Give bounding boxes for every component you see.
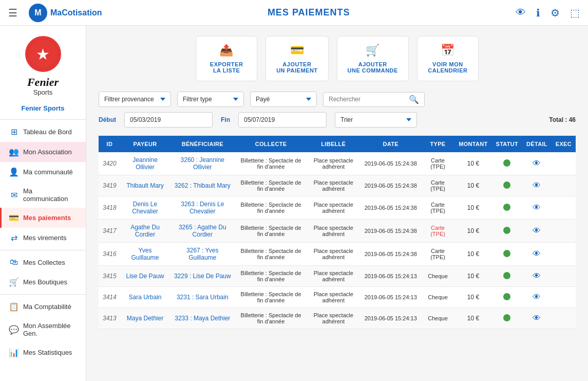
- cell-exec: [552, 266, 576, 287]
- sidebar-item-mes-collectes[interactable]: 🛍 Mes Collectes: [0, 252, 86, 272]
- status-dot: [503, 250, 510, 257]
- sidebar-label-collectes: Mes Collectes: [23, 259, 79, 266]
- detail-eye-icon[interactable]: 👁: [533, 203, 541, 212]
- exporter-button[interactable]: 📤 EXPORTERLA LISTE: [196, 36, 257, 81]
- logo-text: MaCotisation: [50, 8, 102, 17]
- detail-eye-icon[interactable]: 👁: [533, 314, 541, 322]
- sidebar-item-mes-statistiques[interactable]: 📊 Mes Statistiques: [0, 342, 86, 362]
- search-input[interactable]: [329, 96, 406, 103]
- sidebar-item-mon-assemblee[interactable]: 💬 Mon Assemblée Gen.: [0, 317, 86, 342]
- sidebar-item-mes-paiements[interactable]: 💳 Mes paiements: [0, 208, 86, 228]
- cell-type: Carte (TPE): [421, 243, 454, 266]
- voir-calendrier-button[interactable]: 📅 VOIR MONCALENDRIER: [417, 36, 479, 81]
- assemblee-icon: 💬: [9, 325, 19, 335]
- topnav-left: ☰ M MaCotisation: [8, 4, 102, 22]
- detail-eye-icon[interactable]: 👁: [533, 159, 541, 168]
- info-icon[interactable]: ℹ: [536, 7, 540, 19]
- table-row: 3417 Agathe Du Cordier 3265 : Agathe Du …: [99, 220, 576, 243]
- cell-date: 2019-06-05 15:24:13: [361, 266, 421, 287]
- cell-id: 3419: [99, 175, 121, 196]
- th-payeur: PAYEUR: [121, 136, 170, 152]
- th-beneficiaire: BÉNÉFICIAIRE: [169, 136, 235, 152]
- sidebar-label-statistiques: Mes Statistiques: [23, 349, 79, 356]
- filter-provenance[interactable]: Filtrer provenance: [99, 92, 171, 107]
- sidebar-item-tableau-de-bord[interactable]: ⊞ Tableau de Bord: [0, 122, 86, 142]
- status-dot: [503, 314, 510, 321]
- ajouter-paiement-label: AJOUTERUN PAIEMENT: [276, 61, 317, 74]
- cell-detail[interactable]: 👁: [522, 243, 552, 266]
- cell-collecte: Billetterie : Spectacle de fin d'année: [235, 308, 307, 329]
- cell-exec: [552, 308, 576, 329]
- sidebar-divider: [0, 119, 86, 120]
- cell-type: Carte (TPE): [421, 196, 454, 220]
- cell-payeur: Maya Dethier: [121, 308, 170, 329]
- table-container: ID PAYEUR BÉNÉFICIAIRE COLLECTE LIBELLÉ …: [99, 136, 576, 329]
- sidebar-label-communication: Ma communication: [23, 187, 79, 203]
- cell-type: Carte (TPE): [421, 220, 454, 243]
- fin-label: Fin: [221, 116, 230, 123]
- detail-eye-icon[interactable]: 👁: [533, 271, 541, 280]
- cell-detail[interactable]: 👁: [522, 287, 552, 308]
- cell-detail[interactable]: 👁: [522, 196, 552, 220]
- cell-id: 3420: [99, 152, 121, 175]
- cell-collecte: Billetterie : Spectacle de fin d'année: [235, 196, 307, 220]
- cell-collecte: Billetterie : Spectacle de fin d'année: [235, 220, 307, 243]
- filters-row: Filtrer provenance Filtrer type Payé 🔍: [99, 92, 576, 107]
- table-row: 3419 Thibault Mary 3262 : Thibault Mary …: [99, 175, 576, 196]
- cell-detail[interactable]: 👁: [522, 152, 552, 175]
- cell-beneficiaire: 3263 : Denis Le Chevalier: [169, 196, 235, 220]
- cell-beneficiaire: 3267 : Yves Guillaume: [169, 243, 235, 266]
- cell-detail[interactable]: 👁: [522, 175, 552, 196]
- filter-statut[interactable]: Payé: [250, 92, 317, 107]
- statistiques-icon: 📊: [9, 348, 19, 357]
- cell-montant: 10 €: [454, 308, 491, 329]
- th-libelle: LIBELLÉ: [307, 136, 361, 152]
- trier-select[interactable]: Trier: [335, 112, 417, 128]
- cell-date: 2019-06-05 15:24:13: [361, 308, 421, 329]
- eye-icon[interactable]: 👁: [516, 7, 526, 19]
- cell-beneficiaire: 3265 : Agathe Du Cordier: [169, 220, 235, 243]
- cell-montant: 10 €: [454, 196, 491, 220]
- cell-detail[interactable]: 👁: [522, 266, 552, 287]
- cell-statut: [492, 266, 523, 287]
- hamburger-icon[interactable]: ☰: [8, 7, 17, 19]
- cell-libelle: Place spectacle adhérent: [307, 175, 361, 196]
- detail-eye-icon[interactable]: 👁: [533, 293, 541, 301]
- sidebar-item-mes-boutiques[interactable]: 🛒 Mes Boutiques: [0, 272, 86, 292]
- sidebar-item-ma-communication[interactable]: ✉ Ma communication: [0, 182, 86, 208]
- sidebar-item-mes-virements[interactable]: ⇄ Mes virements: [0, 228, 86, 248]
- cell-payeur: Jeannine Ollivier: [121, 152, 170, 175]
- detail-eye-icon[interactable]: 👁: [533, 181, 541, 190]
- cell-type: Carte (TPE): [421, 175, 454, 196]
- topnav-icons: 👁 ℹ ⚙ ⬚: [516, 7, 580, 19]
- ajouter-paiement-button[interactable]: 💳 AJOUTERUN PAIEMENT: [265, 36, 328, 81]
- cell-montant: 10 €: [454, 287, 491, 308]
- th-detail: DÉTAIL: [522, 136, 552, 152]
- sidebar-item-ma-comptabilite[interactable]: 📋 Ma Comptabilité: [0, 297, 86, 317]
- sidebar-item-ma-communaute[interactable]: 👤 Ma communauté: [0, 162, 86, 182]
- settings-icon[interactable]: ⚙: [551, 7, 560, 19]
- cell-detail[interactable]: 👁: [522, 220, 552, 243]
- cell-libelle: Place spectacle adhérent: [307, 243, 361, 266]
- paiement-add-icon: 💳: [290, 44, 305, 57]
- total-label: Total : 46: [549, 116, 576, 123]
- cell-libelle: Place spectacle adhérent: [307, 287, 361, 308]
- cell-montant: 10 €: [454, 175, 491, 196]
- sidebar-club-link[interactable]: Fenier Sports: [0, 101, 86, 117]
- club-emblem: ★: [25, 36, 61, 72]
- cell-libelle: Place spectacle adhérent: [307, 152, 361, 175]
- debut-input[interactable]: [124, 112, 213, 128]
- cell-date: 2019-06-05 15:24:38: [361, 243, 421, 266]
- ajouter-commande-button[interactable]: 🛒 AJOUTERUNE COMMANDE: [337, 36, 409, 81]
- sidebar-label-boutiques: Mes Boutiques: [23, 278, 79, 286]
- cell-beneficiaire: 3233 : Maya Dethier: [169, 308, 235, 329]
- logout-icon[interactable]: ⬚: [570, 7, 580, 19]
- sidebar-item-mon-association[interactable]: 👥 Mon Association: [0, 142, 86, 162]
- cell-detail[interactable]: 👁: [522, 308, 552, 329]
- filter-type[interactable]: Filtrer type: [177, 92, 244, 107]
- trier-wrap: Trier: [335, 112, 417, 128]
- detail-eye-icon[interactable]: 👁: [533, 249, 541, 258]
- fin-input[interactable]: [238, 112, 327, 128]
- detail-eye-icon[interactable]: 👁: [533, 226, 541, 235]
- sidebar-label-paiements: Mes paiements: [23, 214, 79, 222]
